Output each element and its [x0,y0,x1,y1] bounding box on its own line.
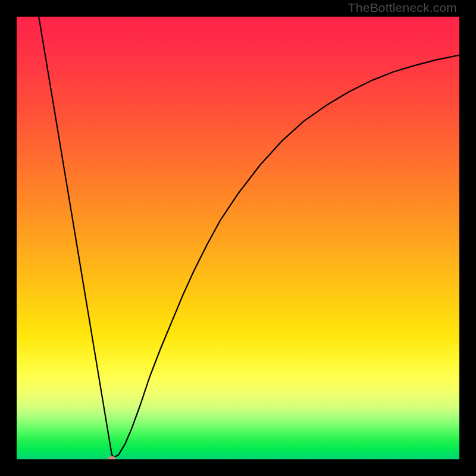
watermark-text: TheBottleneck.com [348,1,457,15]
plot-area [17,17,459,459]
minimum-marker [108,456,116,460]
chart-container: TheBottleneck.com [0,0,476,476]
bottleneck-curve [17,17,459,459]
